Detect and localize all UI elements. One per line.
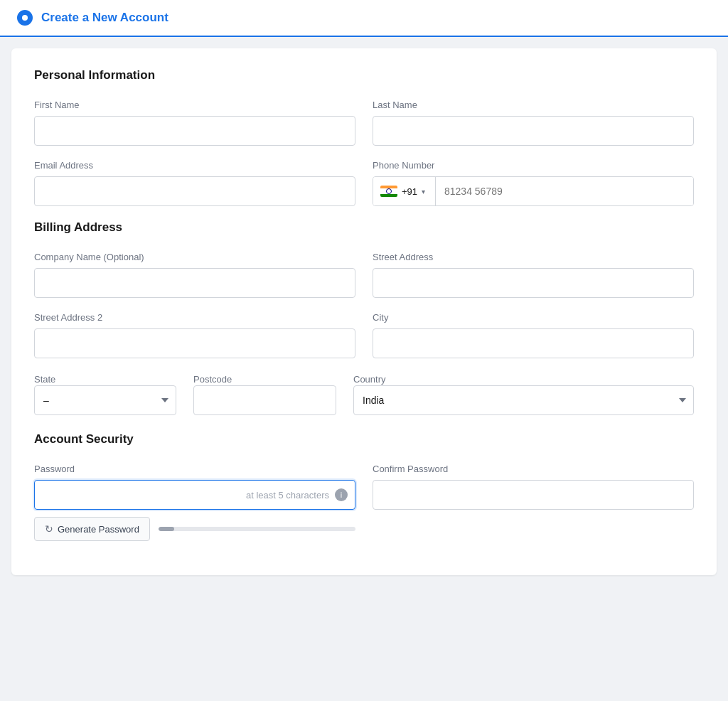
company-street-row: Company Name (Optional) Street Address	[34, 252, 694, 298]
company-group: Company Name (Optional)	[34, 252, 355, 298]
generate-button-label: Generate Password	[58, 524, 139, 535]
password-input[interactable]	[35, 481, 246, 509]
billing-section: Billing Address Company Name (Optional) …	[34, 220, 694, 415]
first-name-input[interactable]	[34, 116, 355, 146]
email-group: Email Address	[34, 160, 355, 206]
account-security-section: Account Security Password at least 5 cha…	[34, 432, 694, 541]
personal-info-title: Personal Information	[34, 68, 694, 82]
password-row: Password at least 5 characters i ↻ Gener…	[34, 464, 694, 541]
state-group: State –	[34, 373, 176, 415]
page-title: Create a New Account	[41, 11, 168, 25]
flag-green	[380, 194, 397, 197]
india-flag	[380, 186, 397, 197]
state-postcode-country-row: State – Postcode Country India	[34, 373, 694, 415]
first-name-group: First Name	[34, 100, 355, 146]
street-input[interactable]	[373, 268, 694, 298]
last-name-group: Last Name	[373, 100, 694, 146]
first-name-label: First Name	[34, 100, 355, 110]
last-name-input[interactable]	[373, 116, 694, 146]
personal-info-section: Personal Information First Name Last Nam…	[34, 68, 694, 206]
account-security-title: Account Security	[34, 432, 694, 446]
phone-number-input[interactable]	[436, 177, 693, 205]
phone-code: +91	[402, 186, 417, 197]
password-label: Password	[34, 464, 355, 474]
info-icon[interactable]: i	[335, 488, 348, 501]
street-group: Street Address	[373, 252, 694, 298]
confirm-password-group: Confirm Password	[373, 464, 694, 541]
phone-wrapper: +91 ▾	[373, 176, 694, 206]
password-input-wrapper: at least 5 characters i	[34, 480, 355, 510]
header-icon	[17, 10, 33, 26]
street2-input[interactable]	[34, 328, 355, 358]
header: Create a New Account	[0, 0, 728, 37]
form-container: Personal Information First Name Last Nam…	[11, 48, 717, 575]
password-hint: at least 5 characters	[246, 490, 335, 501]
email-phone-row: Email Address Phone Number +91	[34, 160, 694, 206]
state-select[interactable]: –	[34, 385, 176, 415]
company-label: Company Name (Optional)	[34, 252, 355, 262]
page-wrapper: Create a New Account Personal Informatio…	[0, 0, 728, 701]
chevron-down-icon: ▾	[422, 188, 425, 196]
country-select[interactable]: India	[353, 385, 694, 415]
name-row: First Name Last Name	[34, 100, 694, 146]
state-label: State	[34, 374, 55, 385]
billing-title: Billing Address	[34, 220, 694, 235]
city-input[interactable]	[373, 328, 694, 358]
refresh-icon: ↻	[45, 523, 53, 535]
street2-label: Street Address 2	[34, 312, 355, 323]
password-strength-bar	[159, 527, 355, 531]
confirm-password-input[interactable]	[373, 480, 694, 510]
phone-group: Phone Number +91 ▾	[373, 160, 694, 206]
city-group: City	[373, 312, 694, 358]
street-label: Street Address	[373, 252, 694, 262]
phone-country-selector[interactable]: +91 ▾	[373, 177, 436, 205]
country-group: Country India	[353, 373, 694, 415]
country-label: Country	[353, 374, 386, 385]
postcode-label: Postcode	[193, 374, 232, 385]
password-group: Password at least 5 characters i ↻ Gener…	[34, 464, 355, 541]
generate-password-button[interactable]: ↻ Generate Password	[34, 517, 150, 541]
last-name-label: Last Name	[373, 100, 694, 110]
company-input[interactable]	[34, 268, 355, 298]
postcode-group: Postcode	[193, 373, 336, 415]
street2-group: Street Address 2	[34, 312, 355, 358]
flag-white	[380, 188, 397, 194]
email-input[interactable]	[34, 176, 355, 206]
phone-label: Phone Number	[373, 160, 694, 171]
password-strength-fill	[159, 527, 174, 531]
generate-row: ↻ Generate Password	[34, 517, 355, 541]
city-label: City	[373, 312, 694, 323]
street2-city-row: Street Address 2 City	[34, 312, 694, 358]
confirm-password-label: Confirm Password	[373, 464, 694, 474]
postcode-input[interactable]	[193, 385, 336, 415]
email-label: Email Address	[34, 160, 355, 171]
